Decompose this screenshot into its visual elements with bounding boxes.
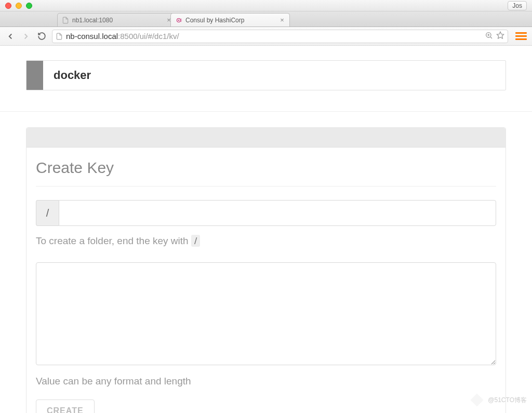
traffic-lights (5, 3, 32, 9)
svg-point-4 (181, 21, 181, 21)
maximize-window-button[interactable] (26, 3, 32, 9)
svg-point-1 (178, 19, 179, 20)
back-button[interactable] (5, 31, 16, 42)
divider (36, 186, 496, 186)
url-path: :8500/ui/#/dc1/kv/ (118, 32, 179, 41)
path-prefix-addon: / (36, 200, 59, 226)
svg-marker-9 (497, 32, 503, 38)
watermark-text: @51CTO博客 (488, 396, 527, 405)
browser-tab[interactable]: nb1.local:1080 × (57, 13, 177, 26)
divider (0, 111, 532, 112)
kv-item-row[interactable]: docker (26, 60, 506, 90)
browser-toolbar: nb-consul.local:8500/ui/#/dc1/kv/ (0, 27, 532, 46)
browser-tab-active[interactable]: Consul by HashiCorp × (170, 13, 290, 26)
svg-point-2 (181, 18, 181, 19)
close-tab-icon[interactable]: × (279, 17, 285, 23)
minimize-window-button[interactable] (16, 3, 22, 9)
bookmark-star-icon[interactable] (496, 31, 504, 41)
page-content: docker Create Key / To create a folder, … (0, 46, 532, 413)
address-bar[interactable]: nb-consul.local:8500/ui/#/dc1/kv/ (52, 30, 508, 43)
url-host: nb-consul.local (66, 32, 118, 41)
svg-marker-10 (471, 394, 484, 407)
url-text: nb-consul.local:8500/ui/#/dc1/kv/ (66, 32, 482, 41)
zoom-icon[interactable] (485, 31, 493, 41)
panel-header (26, 128, 506, 148)
reload-button[interactable] (36, 31, 47, 42)
menu-button[interactable] (515, 31, 527, 42)
create-key-panel: Create Key / To create a folder, end the… (26, 127, 506, 413)
value-input[interactable] (36, 262, 496, 365)
watermark: @51CTO博客 (469, 392, 527, 408)
value-hint: Value can be any format and length (36, 376, 496, 387)
create-button[interactable]: CREATE (36, 399, 95, 413)
file-icon (62, 17, 69, 24)
consul-icon (175, 17, 182, 24)
tab-title: Consul by HashiCorp (185, 17, 276, 24)
svg-line-8 (490, 37, 492, 38)
window-title-bar: Jos (0, 0, 532, 11)
key-input-group: / (36, 200, 496, 226)
folder-hint: To create a folder, end the key with / (36, 235, 496, 247)
close-window-button[interactable] (5, 3, 11, 9)
profile-button[interactable]: Jos (508, 1, 527, 10)
key-name-input[interactable] (59, 200, 496, 226)
tab-title: nb1.local:1080 (72, 17, 163, 24)
kv-key-name: docker (43, 61, 506, 90)
panel-title: Create Key (36, 159, 496, 177)
forward-button[interactable] (21, 31, 31, 42)
folder-hint-code: / (191, 235, 200, 247)
page-icon (56, 33, 63, 40)
kv-status-block (26, 61, 43, 90)
svg-point-3 (181, 20, 182, 20)
tab-strip: nb1.local:1080 × Consul by HashiCorp × (0, 11, 532, 27)
folder-hint-text: To create a folder, end the key with (36, 235, 191, 246)
